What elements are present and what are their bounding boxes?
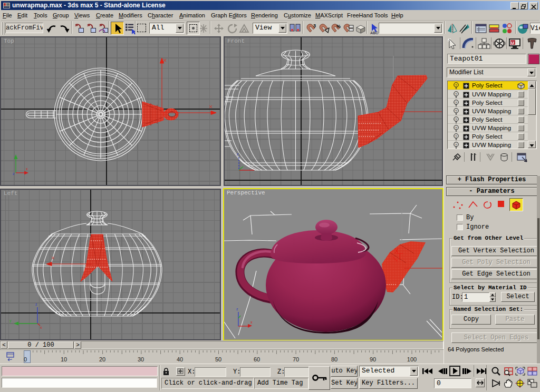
svg-text:y: y [9, 319, 12, 323]
svg-text:3: 3 [313, 23, 316, 28]
svg-text:z: z [237, 152, 239, 156]
svg-text:U: U [511, 41, 514, 45]
svg-text:?: ? [455, 84, 457, 87]
svg-text:z: z [35, 302, 37, 306]
svg-text:ABC: ABC [370, 31, 378, 35]
svg-text:?: ? [455, 101, 457, 104]
svg-text:%: % [336, 24, 341, 29]
svg-text:z: z [236, 307, 238, 311]
svg-text:?: ? [455, 143, 457, 146]
svg-text:x: x [26, 167, 28, 171]
svg-text:x: x [250, 320, 253, 324]
svg-text:?: ? [455, 135, 457, 138]
svg-text:?: ? [455, 110, 457, 113]
svg-text:z: z [13, 172, 15, 175]
svg-text:x: x [40, 326, 42, 329]
svg-text:?: ? [455, 93, 457, 96]
svg-text:?: ? [455, 118, 457, 121]
svg-text:?: ? [455, 126, 457, 130]
